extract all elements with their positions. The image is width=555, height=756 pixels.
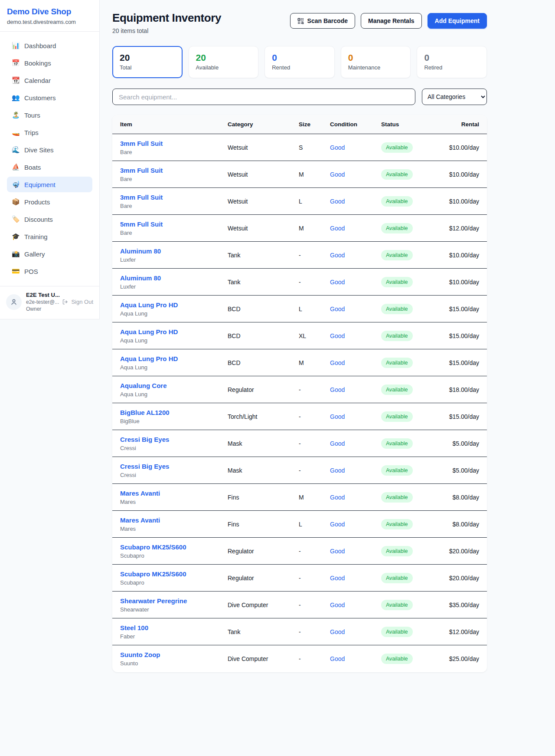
stat-label: Available xyxy=(196,64,251,71)
status-badge: Available xyxy=(381,438,413,449)
equipment-icon: 🤿 xyxy=(12,181,20,188)
item-name-link[interactable]: Aqua Lung Pro HD xyxy=(120,328,228,335)
sidebar-item-tours[interactable]: 🏝️Tours xyxy=(7,107,92,123)
stat-card-available[interactable]: 20Available xyxy=(189,46,259,78)
sidebar-item-discounts[interactable]: 🏷️Discounts xyxy=(7,211,92,227)
item-status-cell: Available xyxy=(381,277,443,287)
sidebar-item-label: Tours xyxy=(24,112,40,119)
item-condition[interactable]: Good xyxy=(330,386,381,393)
item-brand: Bare xyxy=(120,149,228,155)
item-name-link[interactable]: Scubapro MK25/S600 xyxy=(120,543,228,551)
item-name-link[interactable]: Shearwater Peregrine xyxy=(120,597,228,605)
sidebar-item-label: Discounts xyxy=(24,216,53,223)
scan-barcode-button[interactable]: Scan Barcode xyxy=(290,13,355,29)
sidebar-item-customers[interactable]: 👥Customers xyxy=(7,90,92,105)
sidebar-item-training[interactable]: 🎓Training xyxy=(7,229,92,244)
item-rental-rate: $8.00/day xyxy=(443,521,479,528)
item-name-link[interactable]: 3mm Full Suit xyxy=(120,140,228,147)
category-filter-select[interactable]: All Categories xyxy=(422,89,487,105)
status-badge: Available xyxy=(381,600,413,610)
search-input[interactable] xyxy=(112,89,415,105)
item-condition[interactable]: Good xyxy=(330,628,381,635)
column-header-condition: Condition xyxy=(330,121,381,128)
item-name-link[interactable]: Suunto Zoop xyxy=(120,651,228,658)
sidebar-item-label: Training xyxy=(24,233,48,240)
item-condition[interactable]: Good xyxy=(330,332,381,339)
item-condition[interactable]: Good xyxy=(330,359,381,366)
item-condition[interactable]: Good xyxy=(330,602,381,608)
manage-rentals-button[interactable]: Manage Rentals xyxy=(361,13,422,29)
status-badge: Available xyxy=(381,250,413,260)
item-size: - xyxy=(299,655,330,662)
header-actions: Scan Barcode Manage Rentals Add Equipmen… xyxy=(290,13,487,29)
sidebar-nav: 📊Dashboard📅Bookings📆Calendar👥Customers🏝️… xyxy=(0,32,99,286)
bookings-icon: 📅 xyxy=(12,59,20,67)
item-condition[interactable]: Good xyxy=(330,306,381,312)
item-name-link[interactable]: 3mm Full Suit xyxy=(120,194,228,201)
status-badge: Available xyxy=(381,196,413,207)
item-status-cell: Available xyxy=(381,250,443,260)
item-condition[interactable]: Good xyxy=(330,467,381,474)
sidebar-item-dashboard[interactable]: 📊Dashboard xyxy=(7,38,92,53)
item-name-link[interactable]: 3mm Full Suit xyxy=(120,167,228,174)
item-condition[interactable]: Good xyxy=(330,279,381,286)
item-size: L xyxy=(299,306,330,312)
item-name-link[interactable]: Aqua Lung Pro HD xyxy=(120,355,228,362)
sign-out-button[interactable]: Sign Out xyxy=(62,299,93,305)
sidebar-item-calendar[interactable]: 📆Calendar xyxy=(7,72,92,88)
item-condition[interactable]: Good xyxy=(330,252,381,259)
stat-label: Rented xyxy=(272,64,327,71)
item-brand: Aqua Lung xyxy=(120,337,228,344)
table-row: Cressi Big EyesCressiMask-GoodAvailable$… xyxy=(112,457,487,484)
sidebar-item-products[interactable]: 📦Products xyxy=(7,194,92,210)
item-name-link[interactable]: Mares Avanti xyxy=(120,516,228,524)
item-condition[interactable]: Good xyxy=(330,225,381,232)
item-name-link[interactable]: 5mm Full Suit xyxy=(120,220,228,228)
item-condition[interactable]: Good xyxy=(330,198,381,205)
item-condition[interactable]: Good xyxy=(330,144,381,151)
sidebar-item-trips[interactable]: 🚤Trips xyxy=(7,125,92,140)
stat-card-maintenance[interactable]: 0Maintenance xyxy=(341,46,411,78)
page-header: Equipment Inventory 20 items total Scan … xyxy=(112,11,487,34)
column-header-item: Item xyxy=(120,121,228,128)
item-name-link[interactable]: Aqualung Core xyxy=(120,382,228,389)
add-equipment-button[interactable]: Add Equipment xyxy=(428,13,487,29)
item-brand: Aqua Lung xyxy=(120,391,228,398)
sidebar-item-boats[interactable]: ⛵Boats xyxy=(7,159,92,175)
item-name-link[interactable]: Aluminum 80 xyxy=(120,274,228,282)
item-condition[interactable]: Good xyxy=(330,655,381,662)
sidebar-item-bookings[interactable]: 📅Bookings xyxy=(7,55,92,71)
item-name-link[interactable]: Aqua Lung Pro HD xyxy=(120,301,228,309)
stat-card-total[interactable]: 20Total xyxy=(112,46,183,78)
sidebar-item-label: Customers xyxy=(24,94,56,102)
sidebar-item-pos[interactable]: 💳POS xyxy=(7,263,92,279)
sidebar-item-dive-sites[interactable]: 🌊Dive Sites xyxy=(7,142,92,158)
sidebar-item-gallery[interactable]: 📸Gallery xyxy=(7,246,92,262)
shop-name[interactable]: Demo Dive Shop xyxy=(7,7,92,16)
calendar-icon: 📆 xyxy=(12,76,20,84)
item-brand: Cressi xyxy=(120,445,228,451)
sidebar-item-equipment[interactable]: 🤿Equipment xyxy=(7,177,92,192)
item-condition[interactable]: Good xyxy=(330,171,381,178)
item-name-link[interactable]: Scubapro MK25/S600 xyxy=(120,570,228,578)
item-cell: Cressi Big EyesCressi xyxy=(120,436,228,451)
item-name-link[interactable]: Steel 100 xyxy=(120,624,228,631)
item-name-link[interactable]: Aluminum 80 xyxy=(120,247,228,255)
item-name-link[interactable]: Mares Avanti xyxy=(120,490,228,497)
stat-label: Maintenance xyxy=(348,64,404,71)
item-status-cell: Available xyxy=(381,492,443,503)
stat-card-rented[interactable]: 0Rented xyxy=(264,46,335,78)
item-condition[interactable]: Good xyxy=(330,521,381,528)
item-name-link[interactable]: BigBlue AL1200 xyxy=(120,409,228,416)
item-condition[interactable]: Good xyxy=(330,575,381,582)
stat-card-retired[interactable]: 0Retired xyxy=(417,46,487,78)
item-condition[interactable]: Good xyxy=(330,440,381,447)
item-name-link[interactable]: Cressi Big Eyes xyxy=(120,463,228,470)
item-condition[interactable]: Good xyxy=(330,494,381,501)
item-condition[interactable]: Good xyxy=(330,413,381,420)
item-cell: Steel 100Faber xyxy=(120,624,228,640)
item-category: Tank xyxy=(228,252,299,259)
item-condition[interactable]: Good xyxy=(330,548,381,555)
item-brand: Mares xyxy=(120,526,228,532)
item-name-link[interactable]: Cressi Big Eyes xyxy=(120,436,228,443)
